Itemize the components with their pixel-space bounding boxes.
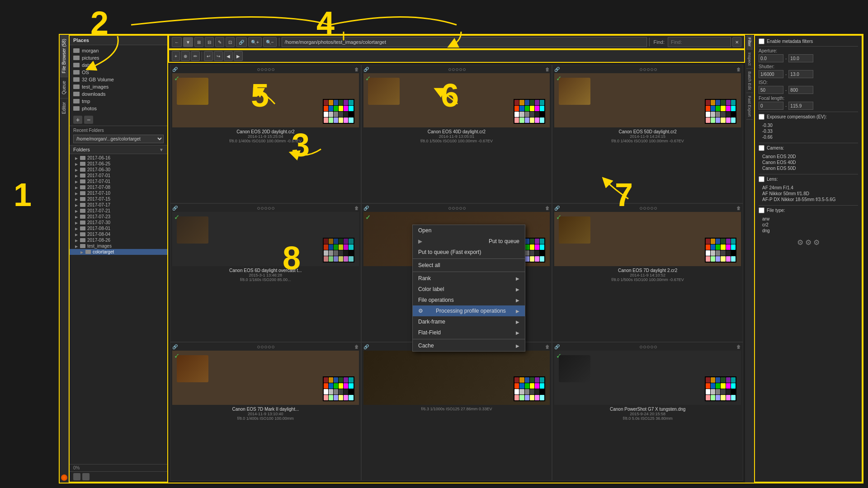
ctx-cache[interactable]: Cache ▶ bbox=[413, 340, 525, 351]
folder-item[interactable]: ▶ test_images bbox=[70, 243, 167, 249]
r-tab-batch-edit[interactable]: Batch Edit bbox=[746, 69, 753, 93]
redo-button[interactable]: ↪ bbox=[214, 51, 223, 61]
tag-button[interactable]: ✏ bbox=[191, 51, 200, 61]
iso-max-input[interactable] bbox=[788, 86, 813, 94]
place-downloads[interactable]: downloads bbox=[70, 90, 167, 98]
thumb-image[interactable] bbox=[363, 351, 550, 405]
folder-item[interactable]: ▶ 2017-08-04 bbox=[70, 231, 167, 237]
dot[interactable] bbox=[261, 346, 264, 348]
shutter-max-input[interactable] bbox=[788, 70, 813, 78]
lens-1[interactable]: AF 24mm F/1.4 bbox=[760, 185, 856, 191]
dot[interactable] bbox=[268, 68, 271, 71]
sidebar-tab-editor[interactable]: Editor bbox=[60, 98, 68, 117]
dot[interactable] bbox=[456, 207, 458, 210]
thumb-image[interactable]: ✓ bbox=[554, 351, 741, 405]
ctx-color-label[interactable]: Color label ▶ bbox=[413, 284, 525, 295]
r-tab-inspect[interactable]: Inspect bbox=[746, 50, 753, 69]
lens-checkbox[interactable] bbox=[759, 176, 764, 182]
dot[interactable] bbox=[448, 68, 451, 71]
camera-20d[interactable]: Canon EOS 20D bbox=[760, 154, 856, 160]
place-photos[interactable]: photos bbox=[70, 105, 167, 112]
thumb-image[interactable]: ✓ bbox=[554, 212, 741, 266]
dot[interactable] bbox=[257, 68, 260, 71]
dot[interactable] bbox=[651, 68, 653, 71]
dot[interactable] bbox=[640, 68, 642, 71]
undo-button[interactable]: ↩ bbox=[204, 51, 213, 61]
dot[interactable] bbox=[463, 207, 466, 210]
thumb-cell-6[interactable]: 🔗 🗑 ✓ bbox=[552, 203, 743, 342]
focal-min-input[interactable] bbox=[759, 102, 783, 110]
ctx-file-operations[interactable]: File operations ▶ bbox=[413, 295, 525, 305]
dot[interactable] bbox=[654, 68, 657, 71]
nav-back-button[interactable]: ← bbox=[172, 37, 182, 47]
dot[interactable] bbox=[268, 346, 271, 348]
recent-folder-select[interactable]: /home/morgan/...ges/colortarget bbox=[73, 135, 164, 143]
dot[interactable] bbox=[643, 346, 646, 348]
shutter-min-input[interactable] bbox=[759, 70, 783, 78]
dot[interactable] bbox=[452, 207, 455, 210]
dot[interactable] bbox=[651, 207, 653, 210]
lens-2[interactable]: AF Nikkor 50mm f/1.8D bbox=[760, 191, 856, 197]
camera-checkbox[interactable] bbox=[759, 145, 764, 151]
add-button[interactable]: + bbox=[172, 51, 180, 61]
place-os[interactable]: OS bbox=[70, 69, 167, 76]
folder-item[interactable]: ▶ 2017-07-21 bbox=[70, 208, 167, 214]
exposure-val-2[interactable]: -0.33 bbox=[760, 128, 856, 134]
folder-item[interactable]: ▶ 2017-07-30 bbox=[70, 220, 167, 225]
lens-3[interactable]: AF-P DX Nikkor 18-55mm f/3.5-5.6G bbox=[760, 197, 856, 202]
delete-icon[interactable]: 🗑 bbox=[736, 344, 741, 349]
filetype-arw[interactable]: arw bbox=[760, 216, 856, 222]
dot[interactable] bbox=[261, 68, 264, 71]
folder-item[interactable]: ▶ 2017-07-01 bbox=[70, 173, 167, 178]
place-32gb[interactable]: 32 GB Volume bbox=[70, 76, 167, 83]
dot[interactable] bbox=[268, 207, 271, 210]
dot[interactable] bbox=[257, 346, 260, 348]
aperture-min-input[interactable] bbox=[759, 54, 783, 62]
delete-button[interactable]: ⊟ bbox=[205, 37, 214, 47]
ctx-put-to-queue-fast[interactable]: Put to queue (Fast export) bbox=[413, 247, 525, 258]
dot[interactable] bbox=[647, 346, 650, 348]
dot[interactable] bbox=[448, 207, 451, 210]
edit-button[interactable]: ✎ bbox=[215, 37, 224, 47]
camera-50d[interactable]: Canon EOS 50D bbox=[760, 165, 856, 171]
dot[interactable] bbox=[654, 207, 657, 210]
link-button[interactable]: 🔗 bbox=[236, 37, 247, 47]
folder-item[interactable]: ▶ 2017-06-25 bbox=[70, 161, 167, 167]
dot[interactable] bbox=[264, 207, 267, 210]
delete-icon[interactable]: 🗑 bbox=[736, 67, 741, 72]
thumb-image[interactable]: ✓ bbox=[554, 73, 741, 127]
iso-min-input[interactable] bbox=[759, 86, 783, 94]
dot[interactable] bbox=[272, 207, 274, 210]
group-button[interactable]: ⊕ bbox=[181, 51, 190, 61]
delete-icon[interactable]: 🗑 bbox=[354, 344, 359, 349]
folder-item[interactable]: ▶ 2017-07-01 bbox=[70, 178, 167, 184]
thumb-cell-9[interactable]: 🔗 🗑 ✓ bbox=[552, 342, 743, 481]
delete-icon[interactable]: 🗑 bbox=[354, 206, 359, 211]
dot[interactable] bbox=[647, 68, 650, 71]
folder-item[interactable]: ▶ 2017-08-26 bbox=[70, 237, 167, 243]
place-morgan[interactable]: morgan bbox=[70, 47, 167, 54]
folder-item[interactable]: ▶ 2017-08-01 bbox=[70, 225, 167, 231]
thumb-image[interactable]: ✓ bbox=[172, 212, 359, 266]
exposure-checkbox[interactable] bbox=[759, 114, 764, 120]
ctx-select-all[interactable]: Select all bbox=[413, 260, 525, 271]
close-find-button[interactable]: ✕ bbox=[732, 37, 741, 47]
exposure-val-3[interactable]: -0.66 bbox=[760, 134, 856, 140]
thumb-cell-4[interactable]: 🔗 🗑 ✓ bbox=[170, 203, 361, 342]
folder-item[interactable]: ▶ 2017-07-10 bbox=[70, 190, 167, 196]
place-data[interactable]: data bbox=[70, 61, 167, 69]
nav-left-button[interactable]: ◀ bbox=[224, 51, 233, 61]
dot[interactable] bbox=[272, 68, 274, 71]
dot[interactable] bbox=[264, 346, 267, 348]
folder-item[interactable]: ▶ 2017-07-08 bbox=[70, 184, 167, 190]
zoom-fit-button[interactable]: ⊞ bbox=[194, 37, 203, 47]
dot[interactable] bbox=[272, 346, 274, 348]
place-test-images[interactable]: test_images bbox=[70, 83, 167, 90]
dot[interactable] bbox=[452, 68, 455, 71]
dot[interactable] bbox=[459, 207, 462, 210]
sidebar-tab-queue[interactable]: Queue bbox=[60, 77, 68, 98]
folder-item-colortarget[interactable]: ▶ colortarget bbox=[70, 249, 167, 255]
dot[interactable] bbox=[640, 346, 642, 348]
filetype-cr2[interactable]: cr2 bbox=[760, 222, 856, 228]
dot[interactable] bbox=[463, 68, 466, 71]
